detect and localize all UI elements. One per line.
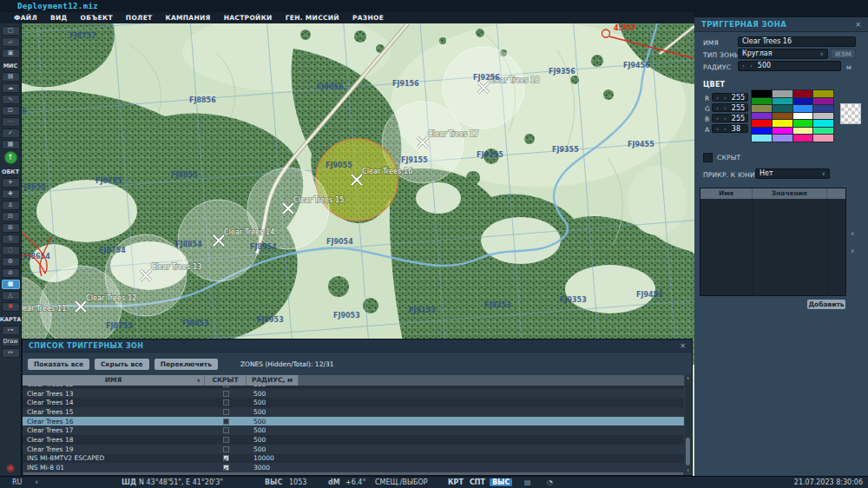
column-header-name[interactable]: ИМЯ∧ xyxy=(23,375,205,386)
properties-scroll-up-icon[interactable]: ∧ xyxy=(851,230,854,236)
toggle-button[interactable]: Переключить xyxy=(155,359,218,370)
stepper-arrows-icon[interactable]: ‹ › xyxy=(742,63,754,69)
scroll-down-icon[interactable]: ∨ xyxy=(685,467,691,472)
trigger-panel-close-icon[interactable]: ✕ xyxy=(855,21,861,29)
zone-row-clear-trees-18[interactable]: Clear Trees 18500 xyxy=(23,435,684,445)
hide-all-button[interactable]: Скрыть все xyxy=(95,359,149,370)
palette-color-9[interactable] xyxy=(773,105,792,112)
hidden-checkbox[interactable] xyxy=(223,391,229,397)
disable-icon[interactable]: ⊘ xyxy=(2,268,20,278)
helicopter-icon[interactable]: ✚ xyxy=(2,189,20,199)
palette-color-7[interactable] xyxy=(813,98,833,105)
routes-icon[interactable]: ∿ xyxy=(2,95,20,104)
property-name-header[interactable]: Имя xyxy=(700,188,753,199)
coord-format-label[interactable]: ШД xyxy=(122,478,136,486)
zone-row-clear-trees-16[interactable]: Clear Trees 16500 xyxy=(23,417,684,426)
template-icon[interactable]: ⠿ xyxy=(2,234,20,244)
menu-item-файл[interactable]: ФАЙЛ xyxy=(14,14,37,22)
map-key-icon[interactable]: ⊶ xyxy=(2,326,20,335)
palette-color-15[interactable] xyxy=(813,113,833,120)
time-icon[interactable]: ◔ xyxy=(547,478,553,486)
add-property-button[interactable]: Добавить xyxy=(807,300,845,309)
stepper-arrows-icon[interactable]: ‹ › xyxy=(716,105,728,112)
palette-color-27[interactable] xyxy=(813,135,833,142)
palette-color-6[interactable] xyxy=(793,98,813,105)
hidden-checkbox[interactable] xyxy=(223,386,229,387)
open-mission-icon[interactable]: ▱ xyxy=(2,37,20,47)
column-header-hidden[interactable]: СКРЫТ xyxy=(205,375,247,386)
menu-item-объект[interactable]: ОБЪЕКТ xyxy=(81,14,113,22)
menu-item-настройки[interactable]: НАСТРОЙКИ xyxy=(224,14,273,22)
airplane-icon[interactable]: ✈ xyxy=(2,178,20,188)
vehicle-icon[interactable]: ⊟ xyxy=(2,212,20,221)
hidden-checkbox[interactable]: ✔ xyxy=(223,465,229,471)
edit-zone-button[interactable]: ИЗМ xyxy=(831,49,856,59)
menu-item-полет[interactable]: ПОЛЕТ xyxy=(126,14,153,22)
color-channel-b-stepper[interactable]: ‹ ›255 xyxy=(712,114,748,122)
map-layer-toggle-vys[interactable]: ВЫС xyxy=(490,478,512,486)
palette-color-14[interactable] xyxy=(793,113,813,120)
delete-icon[interactable]: ✖ xyxy=(2,302,20,312)
palette-color-22[interactable] xyxy=(793,128,813,135)
palette-color-18[interactable] xyxy=(793,120,813,127)
palette-color-20[interactable] xyxy=(752,128,772,135)
markpanel-icon[interactable]: ⊡ xyxy=(2,106,20,115)
stepper-arrows-icon[interactable]: ‹ › xyxy=(716,115,728,122)
hidden-checkbox[interactable] xyxy=(223,446,229,452)
map-layer-toggle-spt[interactable]: СПТ xyxy=(470,478,485,486)
palette-color-4[interactable] xyxy=(752,98,772,105)
color-channel-a-stepper[interactable]: ‹ ›38 xyxy=(712,124,748,133)
color-preview-swatch[interactable] xyxy=(840,103,861,124)
color-channel-g-stepper[interactable]: ‹ ›255 xyxy=(712,103,748,112)
draw-button[interactable]: Draw xyxy=(2,337,20,346)
palette-color-24[interactable] xyxy=(752,135,772,142)
briefing-icon[interactable]: ▤ xyxy=(2,72,20,82)
fly-mission-icon[interactable]: ↑ xyxy=(4,151,17,164)
measure-distance-icon[interactable]: ↔ xyxy=(2,348,20,358)
trigger-zone-list-icon[interactable]: ▦ xyxy=(2,280,20,289)
palette-color-21[interactable] xyxy=(773,128,792,135)
palette-color-19[interactable] xyxy=(813,120,833,127)
zone-row-clear-trees-13[interactable]: Clear Trees 13500 xyxy=(23,389,684,399)
hidden-checkbox[interactable] xyxy=(703,153,713,162)
sort-ascending-icon[interactable]: ∧ xyxy=(196,376,201,385)
color-channel-r-stepper[interactable]: ‹ ›255 xyxy=(712,93,748,102)
stepper-arrows-icon[interactable]: ‹ › xyxy=(716,95,728,102)
hidden-checkbox[interactable]: ✔ xyxy=(223,455,229,461)
menu-item-кампания[interactable]: КАМПАНИЯ xyxy=(165,14,210,22)
property-value-header[interactable]: Значение xyxy=(753,188,827,199)
hidden-checkbox[interactable] xyxy=(223,419,229,425)
palette-color-16[interactable] xyxy=(752,120,772,127)
palette-color-3[interactable] xyxy=(813,90,833,97)
ship-icon[interactable]: ⚓ xyxy=(2,201,20,210)
attach-to-unit-select[interactable]: ∨Нет xyxy=(755,168,830,179)
zones-table-hscrollbar[interactable] xyxy=(23,472,683,475)
new-file-icon[interactable]: ▢ xyxy=(2,26,20,36)
goals-icon[interactable]: ✓ xyxy=(2,129,20,138)
column-header-radius[interactable]: РАДИУС, м xyxy=(247,375,299,386)
weather-icon[interactable]: ☁ xyxy=(2,83,20,93)
map-layer-toggle-krt[interactable]: КРТ xyxy=(448,478,464,486)
hidden-checkbox[interactable] xyxy=(223,437,229,443)
zone-row-clear-trees-19[interactable]: Clear Trees 19500 xyxy=(23,445,684,454)
zone-row-clear-trees-15[interactable]: Clear Trees 15500 xyxy=(23,407,684,417)
zones-panel-close-icon[interactable]: ✕ xyxy=(680,342,686,350)
zone-row-clear-trees-17[interactable]: Clear Trees 17500 xyxy=(23,425,684,435)
radius-stepper[interactable]: ‹ ›500 xyxy=(738,61,841,71)
palette-color-8[interactable] xyxy=(752,105,772,112)
menu-item-вид[interactable]: ВИД xyxy=(50,14,68,22)
zones-table-scrollbar[interactable]: ∧ ∨ xyxy=(685,375,691,472)
zone-row-ins-mi-8mtv2-escaped[interactable]: INS MI-8MTV2 ESCAPED✔10000 xyxy=(23,454,684,464)
language-selector[interactable]: RU xyxy=(12,478,22,486)
zone-name-input[interactable]: Clear Trees 16 xyxy=(738,36,856,47)
palette-color-2[interactable] xyxy=(793,90,813,97)
palette-color-5[interactable] xyxy=(773,98,792,105)
summary-icon[interactable]: ▦ xyxy=(2,140,20,149)
palette-color-12[interactable] xyxy=(752,113,772,120)
palette-color-26[interactable] xyxy=(793,135,813,142)
palette-color-1[interactable] xyxy=(773,90,792,97)
hidden-checkbox[interactable] xyxy=(223,409,229,415)
language-chevron-icon[interactable]: ∨ xyxy=(35,478,38,485)
hidden-checkbox[interactable] xyxy=(223,427,229,433)
scrollbar-thumb[interactable] xyxy=(686,438,690,465)
